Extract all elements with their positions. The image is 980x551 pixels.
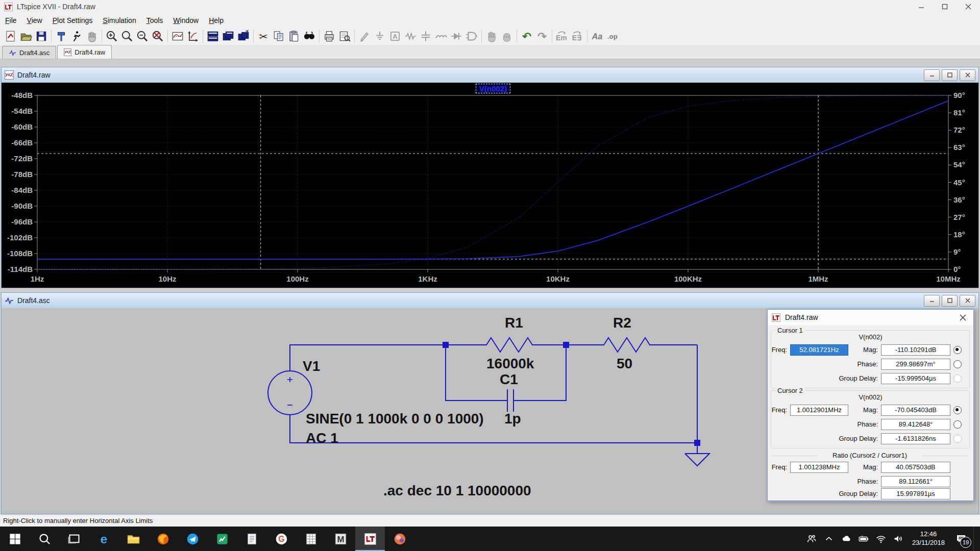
v1-sine-spec[interactable]: SINE(0 1 1000k 0 0 0 1000) xyxy=(306,412,484,426)
autorange-plot-icon[interactable] xyxy=(170,29,185,44)
action-center-icon[interactable]: 19 xyxy=(950,527,972,551)
close-icon[interactable] xyxy=(957,0,980,13)
taskbar-start-icon[interactable] xyxy=(0,527,30,551)
close-icon[interactable] xyxy=(960,295,975,307)
taskbar-g-browser-icon[interactable]: G xyxy=(266,527,296,551)
trace-label[interactable]: V(n002) xyxy=(476,84,510,93)
component-name-r1[interactable]: R1 xyxy=(505,316,523,330)
cursor1-phase-radio[interactable] xyxy=(953,360,962,368)
paste-icon[interactable] xyxy=(286,29,302,44)
component-value-r1[interactable]: 16000k xyxy=(486,357,534,371)
schematic-window-title-bar[interactable]: Draft4.asc xyxy=(2,293,978,309)
ratio-mag-field[interactable]: 40.057503dB xyxy=(881,462,950,473)
menu-window[interactable]: Window xyxy=(168,13,204,27)
wire-icon[interactable] xyxy=(357,29,372,44)
cursor-dialog-title-bar[interactable]: Draft4.raw xyxy=(768,310,973,325)
cursor2-group-delay-field[interactable]: -1.6131826ns xyxy=(881,433,950,444)
cursor1-group-delay-field[interactable]: -15.999504µs xyxy=(881,373,950,384)
cursor1-phase-field[interactable]: 299.98697m° xyxy=(881,359,950,370)
menu-help[interactable]: Help xyxy=(204,13,229,27)
taskbar-spreadsheet-icon[interactable] xyxy=(296,527,326,551)
taskbar-file-explorer-icon[interactable] xyxy=(118,527,148,551)
cursor1-mag-field[interactable]: -110.10291dB xyxy=(881,344,950,356)
undo-icon[interactable]: ↶ xyxy=(519,29,534,44)
taskbar-firefox-icon[interactable] xyxy=(148,527,178,551)
maximize-icon[interactable] xyxy=(942,69,958,81)
menu-simulation[interactable]: Simulation xyxy=(97,13,141,27)
component-name-c1[interactable]: C1 xyxy=(500,372,518,387)
resistor-icon[interactable] xyxy=(403,29,418,44)
spice-directive-text[interactable]: .ac dec 10 1 10000000 xyxy=(383,484,531,498)
taskbar-notepad-icon[interactable] xyxy=(237,527,266,551)
ratio-phase-field[interactable]: 89.112661° xyxy=(881,476,950,487)
control-panel-icon[interactable] xyxy=(54,29,69,44)
taskbar-clock[interactable]: 12:46 23/11/2018 xyxy=(908,530,949,547)
redo-icon[interactable]: ↷ xyxy=(534,29,550,44)
halt-icon[interactable] xyxy=(84,29,100,44)
taskbar-m-editor-icon[interactable]: M xyxy=(326,527,355,551)
tray-volume-icon[interactable] xyxy=(890,527,907,551)
component-name-v1[interactable]: V1 xyxy=(303,359,320,373)
diode-icon[interactable] xyxy=(449,29,464,44)
close-icon[interactable] xyxy=(956,312,969,323)
new-schematic-icon[interactable] xyxy=(3,29,18,44)
bode-plot[interactable]: -48dB-54dB-60dB-66dB-72dB-78dB-84dB-90dB… xyxy=(2,83,978,288)
zoom-back-icon[interactable] xyxy=(119,29,135,44)
taskbar-search-icon[interactable] xyxy=(30,527,59,551)
minimize-icon[interactable] xyxy=(924,69,940,81)
rotate-icon[interactable]: Em xyxy=(554,29,570,44)
taskbar-green-capture-icon[interactable] xyxy=(207,527,237,551)
taskbar-edge-icon[interactable]: e xyxy=(89,527,118,551)
taskbar-blue-messenger-icon[interactable] xyxy=(178,527,207,551)
minimize-icon[interactable] xyxy=(910,0,933,13)
cut-icon[interactable]: ✂ xyxy=(256,29,271,44)
open-file-icon[interactable] xyxy=(18,29,34,44)
tile-windows-icon[interactable] xyxy=(205,29,220,44)
minimize-icon[interactable] xyxy=(924,295,940,307)
cursor1-mag-radio[interactable] xyxy=(953,346,962,354)
save-icon[interactable] xyxy=(34,29,49,44)
resistor-r2[interactable] xyxy=(566,338,697,352)
tray-onedrive-icon[interactable] xyxy=(838,527,855,551)
plot-settings-icon[interactable] xyxy=(185,29,201,44)
menu-file[interactable]: File xyxy=(0,13,22,27)
tab-draft4-asc[interactable]: Draft4.asc xyxy=(2,46,56,59)
capacitor-icon[interactable] xyxy=(418,29,433,44)
cursor2-mag-field[interactable]: -70.045403dB xyxy=(881,405,950,416)
cursor2-phase-radio[interactable] xyxy=(953,420,962,429)
close-icon[interactable] xyxy=(960,69,975,81)
run-icon[interactable] xyxy=(69,29,84,44)
zoom-in-icon[interactable] xyxy=(104,29,119,44)
taskbar-paint-icon[interactable] xyxy=(385,527,414,551)
ground-icon[interactable] xyxy=(372,29,387,44)
zoom-out-icon[interactable] xyxy=(135,29,150,44)
tray-people-icon[interactable] xyxy=(803,527,820,551)
ground-symbol[interactable] xyxy=(685,443,709,466)
tab-draft4-raw[interactable]: Draft4.raw xyxy=(57,45,112,59)
mirror-icon[interactable]: E∃ xyxy=(570,29,585,44)
cascade-windows-icon[interactable] xyxy=(220,29,236,44)
text-tool-icon[interactable]: Aa xyxy=(590,29,605,44)
net-label-icon[interactable]: A xyxy=(387,29,403,44)
ratio-group-delay-field[interactable]: 15.997891µs xyxy=(881,488,950,499)
menu-tools[interactable]: Tools xyxy=(141,13,168,27)
print-preview-icon[interactable] xyxy=(337,29,352,44)
cursor2-phase-field[interactable]: 89.412648° xyxy=(881,419,950,430)
find-icon[interactable] xyxy=(302,29,317,44)
menu-plot-settings[interactable]: Plot Settings xyxy=(47,13,98,27)
tray-battery-icon[interactable] xyxy=(855,527,872,551)
zoom-full-icon[interactable] xyxy=(150,29,165,44)
spice-directive-icon[interactable]: .op xyxy=(605,29,620,44)
component-icon[interactable] xyxy=(464,29,479,44)
cursor2-mag-radio[interactable] xyxy=(953,406,962,414)
show-desktop-button[interactable] xyxy=(973,527,977,551)
copy-icon[interactable] xyxy=(271,29,286,44)
drag-icon[interactable] xyxy=(499,29,514,44)
waveform-window-title-bar[interactable]: Draft4.raw xyxy=(2,67,978,83)
inductor-icon[interactable] xyxy=(433,29,449,44)
tray-chevron-up-icon[interactable] xyxy=(820,527,838,551)
maximize-icon[interactable] xyxy=(942,295,958,307)
component-value-r2[interactable]: 50 xyxy=(617,357,632,371)
arrange-windows-icon[interactable] xyxy=(236,29,251,44)
tray-wifi-icon[interactable] xyxy=(872,527,890,551)
